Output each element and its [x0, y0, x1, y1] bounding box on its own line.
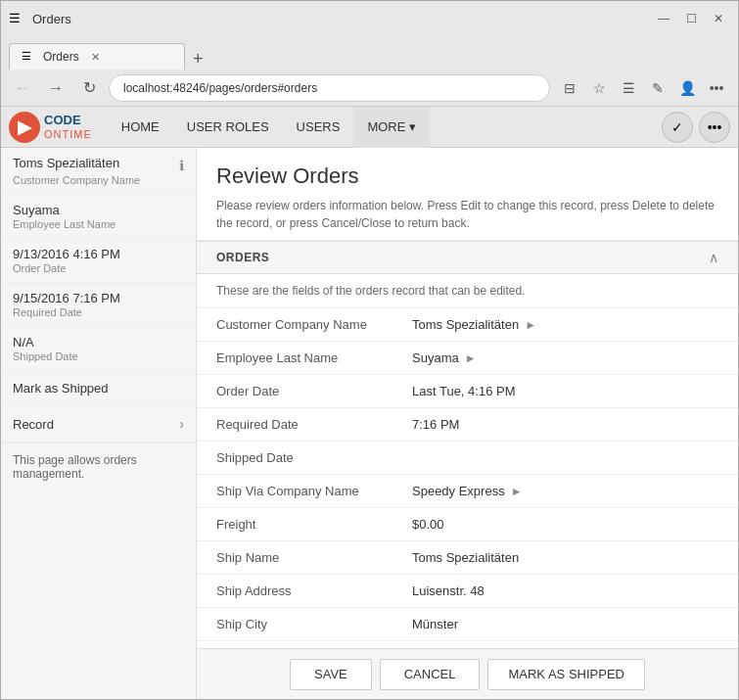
- new-tab-button[interactable]: +: [185, 49, 211, 70]
- sidebar-orderdate-label: Order Date: [13, 262, 184, 274]
- field-label-shippeddate: Shipped Date: [216, 443, 412, 473]
- sidebar-mark-shipped-label: Mark as Shipped: [13, 381, 184, 396]
- app-logo[interactable]: ▶ CODE ONTIME: [9, 112, 92, 143]
- sidebar-note: This page allows orders management.: [1, 443, 196, 490]
- fields-table: Customer Company Name Toms Spezialitäten…: [197, 308, 738, 648]
- browser-tab[interactable]: ☰ Orders ✕: [9, 43, 185, 70]
- forward-button[interactable]: →: [42, 74, 69, 102]
- nav-link-user-roles[interactable]: USER ROLES: [173, 107, 283, 148]
- main-header: Review Orders Please review orders infor…: [197, 148, 738, 241]
- field-label-requireddate: Required Date: [216, 409, 412, 440]
- sidebar-employee-value: Suyama: [13, 203, 184, 217]
- table-row: Ship Via Company Name Speedy Express ►: [197, 475, 738, 508]
- table-row: Shipped Date: [197, 442, 738, 475]
- logo-arrow-icon: ▶: [18, 117, 31, 138]
- nav-more-button[interactable]: •••: [699, 112, 730, 143]
- title-controls: — ☐ ✕: [652, 7, 730, 30]
- field-label-employee: Employee Last Name: [216, 343, 412, 373]
- sidebar-shippeddate-label: Shipped Date: [13, 350, 184, 362]
- sidebar-requireddate-value: 9/15/2016 7:16 PM: [13, 291, 184, 305]
- menu-icon[interactable]: ☰: [615, 74, 642, 102]
- edit-icon[interactable]: ✎: [644, 74, 671, 102]
- section-note-text: These are the fields of the orders recor…: [216, 284, 526, 298]
- sidebar-mark-shipped-action[interactable]: Mark as Shipped: [1, 371, 196, 406]
- cancel-button[interactable]: CANCEL: [380, 659, 481, 690]
- footer-bar: SAVE CANCEL MARK AS SHIPPED: [197, 648, 738, 699]
- table-row: Customer Company Name Toms Spezialitäten…: [197, 308, 738, 342]
- profile-icon[interactable]: 👤: [673, 74, 701, 102]
- section-collapse-icon[interactable]: ∧: [709, 250, 718, 265]
- logo-text: CODE ONTIME: [44, 114, 92, 139]
- logo-code: CODE: [44, 114, 92, 127]
- browser-frame: ☰ Orders — ☐ ✕ ☰ Orders ✕ + ← → ↻ ⊟ ☆ ☰ …: [0, 0, 739, 700]
- table-row: Freight $0.00: [197, 508, 738, 541]
- field-value-orderdate: Last Tue, 4:16 PM: [412, 376, 718, 406]
- window-title: Orders: [32, 12, 644, 26]
- tab-title: Orders: [43, 50, 79, 64]
- field-value-freight: $0.00: [412, 509, 718, 539]
- sidebar-customer-label: Customer Company Name: [13, 174, 184, 186]
- reader-view-icon[interactable]: ⊟: [556, 74, 583, 102]
- address-input[interactable]: [109, 74, 550, 102]
- nav-link-more[interactable]: MORE ▾: [353, 107, 430, 148]
- field-link-arrow-icon[interactable]: ►: [465, 351, 477, 365]
- back-button[interactable]: ←: [9, 74, 36, 102]
- field-label-orderdate: Order Date: [216, 376, 412, 406]
- tab-bar: ☰ Orders ✕ +: [1, 36, 738, 70]
- field-label-customer: Customer Company Name: [216, 309, 412, 340]
- sidebar-customer-value: Toms Spezialitäten: [13, 156, 119, 170]
- sidebar-record-label: Record: [13, 417, 179, 432]
- table-row: Required Date 7:16 PM: [197, 408, 738, 442]
- favorites-icon[interactable]: ☆: [585, 74, 613, 102]
- sidebar: Toms Spezialitäten ℹ Customer Company Na…: [1, 148, 197, 699]
- logo-ontime: ONTIME: [44, 128, 92, 140]
- nav-check-button[interactable]: ✓: [662, 112, 693, 143]
- table-row: Ship City Münster: [197, 608, 738, 641]
- sidebar-shippeddate-value: N/A: [13, 335, 184, 350]
- nav-link-users[interactable]: USERS: [283, 107, 354, 148]
- refresh-button[interactable]: ↻: [75, 74, 103, 102]
- field-value-shipcity: Münster: [412, 609, 718, 639]
- section-title: ORDERS: [216, 251, 269, 264]
- logo-circle: ▶: [9, 112, 40, 143]
- sidebar-note-text: This page allows orders management.: [13, 453, 137, 481]
- address-bar-row: ← → ↻ ⊟ ☆ ☰ ✎ 👤 •••: [1, 70, 738, 107]
- field-label-shipname: Ship Name: [216, 542, 412, 573]
- field-label-shipvia: Ship Via Company Name: [216, 476, 412, 506]
- field-value-employee: Suyama ►: [412, 343, 718, 373]
- nav-links: HOME USER ROLES USERS MORE ▾: [108, 107, 662, 148]
- sidebar-customer-row: Toms Spezialitäten ℹ: [13, 156, 184, 173]
- nav-link-home[interactable]: HOME: [108, 107, 173, 148]
- sidebar-requireddate-label: Required Date: [13, 306, 184, 318]
- tab-close-icon[interactable]: ✕: [91, 51, 100, 64]
- page-title: Review Orders: [216, 163, 718, 189]
- sidebar-record-action[interactable]: Record ›: [1, 406, 196, 443]
- sidebar-shippeddate-field: N/A Shipped Date: [1, 327, 196, 371]
- sidebar-orderdate-value: 9/13/2016 4:16 PM: [13, 247, 184, 261]
- toolbar-icons: ⊟ ☆ ☰ ✎ 👤 •••: [556, 74, 730, 102]
- field-label-shipaddress: Ship Address: [216, 576, 412, 606]
- maximize-button[interactable]: ☐: [679, 7, 703, 30]
- window-icon: ☰: [9, 11, 24, 26]
- field-link-arrow-icon[interactable]: ►: [511, 485, 523, 498]
- main-layout: Toms Spezialitäten ℹ Customer Company Na…: [1, 148, 738, 699]
- minimize-button[interactable]: —: [652, 7, 675, 30]
- mark-shipped-button[interactable]: MARK AS SHIPPED: [487, 659, 644, 690]
- save-button[interactable]: SAVE: [290, 659, 372, 690]
- close-button[interactable]: ✕: [707, 7, 730, 30]
- field-value-shipaddress: Luisenstr. 48: [412, 576, 718, 606]
- app-nav: ▶ CODE ONTIME HOME USER ROLES USERS MORE…: [1, 107, 738, 148]
- sidebar-record-arrow-icon: ›: [179, 416, 184, 432]
- field-value-shipvia: Speedy Express ►: [412, 476, 718, 506]
- more-icon[interactable]: •••: [703, 74, 730, 102]
- section-header: ORDERS ∧: [197, 241, 738, 274]
- field-value-requireddate: 7:16 PM: [412, 409, 718, 440]
- field-link-arrow-icon[interactable]: ►: [525, 318, 536, 332]
- app-content: ▶ CODE ONTIME HOME USER ROLES USERS MORE…: [1, 107, 738, 699]
- table-row: Ship Region: [197, 641, 738, 648]
- section-note: These are the fields of the orders recor…: [197, 274, 738, 308]
- table-row: Order Date Last Tue, 4:16 PM: [197, 375, 738, 408]
- info-icon[interactable]: ℹ: [179, 158, 184, 173]
- table-row: Employee Last Name Suyama ►: [197, 342, 738, 375]
- table-row: Ship Name Toms Spezialitäten: [197, 541, 738, 575]
